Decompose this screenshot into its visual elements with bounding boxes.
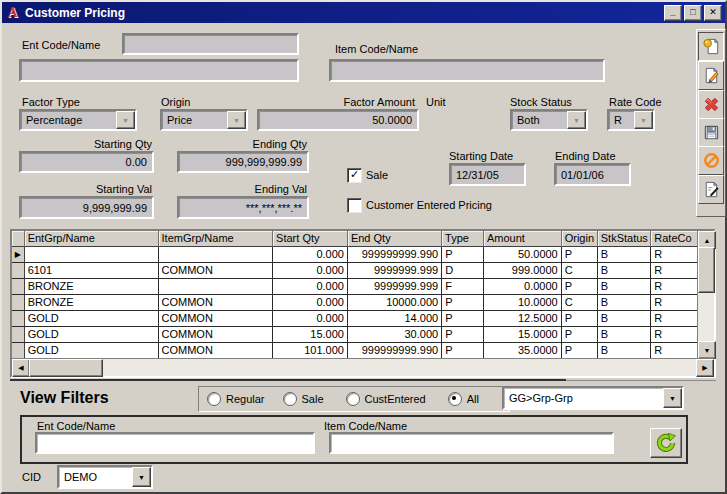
cell-end_qty[interactable]: 14.000 bbox=[348, 311, 442, 327]
cell-stkstatus[interactable]: B bbox=[598, 327, 652, 343]
cell-type[interactable]: P bbox=[442, 311, 484, 327]
view-grouping-combo[interactable]: GG>Grp-Grp ▼ bbox=[502, 386, 684, 410]
close-button[interactable]: ✕ bbox=[704, 5, 722, 21]
cell-itemgrp[interactable]: COMMON bbox=[159, 327, 274, 343]
table-row[interactable]: GOLDCOMMON101.000999999999.990P35.0000PB… bbox=[12, 343, 698, 359]
cell-start_qty[interactable]: 15.000 bbox=[273, 327, 348, 343]
cell-type[interactable]: P bbox=[442, 343, 484, 359]
chevron-down-icon[interactable]: ▼ bbox=[663, 388, 682, 408]
minimize-button[interactable]: _ bbox=[664, 5, 682, 21]
maximize-button[interactable]: □ bbox=[684, 5, 702, 21]
origin-combo[interactable]: Price ▼ bbox=[160, 109, 248, 131]
chevron-down-icon[interactable]: ▼ bbox=[132, 467, 151, 487]
vertical-scroll-thumb[interactable] bbox=[698, 247, 715, 293]
ending-val-field[interactable]: ***,***,***.** bbox=[177, 196, 309, 219]
row-selector[interactable] bbox=[12, 327, 25, 343]
cell-start_qty[interactable]: 0.000 bbox=[273, 311, 348, 327]
cell-stkstatus[interactable]: B bbox=[598, 263, 652, 279]
cell-stkstatus[interactable]: B bbox=[598, 343, 652, 359]
table-row[interactable]: BRONZECOMMON0.00010000.000P10.0000CBR bbox=[12, 295, 698, 311]
cell-itemgrp[interactable]: COMMON bbox=[159, 343, 274, 359]
scroll-left-icon[interactable]: ◀ bbox=[12, 359, 30, 377]
ent-name-field[interactable] bbox=[19, 59, 299, 82]
cell-type[interactable]: D bbox=[442, 263, 484, 279]
cell-start_qty[interactable]: 0.000 bbox=[273, 279, 348, 295]
row-selector[interactable] bbox=[12, 343, 25, 359]
ending-date-field[interactable]: 01/01/06 bbox=[554, 163, 631, 186]
filter-item-code-input[interactable] bbox=[329, 432, 614, 454]
starting-date-field[interactable]: 12/31/05 bbox=[449, 163, 526, 186]
cell-ratecode[interactable]: R bbox=[651, 279, 698, 295]
cell-end_qty[interactable]: 999999999.990 bbox=[348, 247, 442, 263]
cell-amount[interactable]: 10.0000 bbox=[484, 295, 562, 311]
starting-val-field[interactable]: 9,999,999.99 bbox=[19, 196, 154, 219]
edit-button[interactable] bbox=[698, 61, 724, 90]
cell-end_qty[interactable]: 999999999.990 bbox=[348, 343, 442, 359]
cell-entgrp[interactable]: BRONZE bbox=[25, 295, 159, 311]
delete-button[interactable] bbox=[698, 90, 724, 119]
cell-ratecode[interactable]: R bbox=[651, 311, 698, 327]
cid-combo[interactable]: DEMO ▼ bbox=[57, 465, 153, 489]
cell-start_qty[interactable]: 0.000 bbox=[273, 247, 348, 263]
cell-itemgrp[interactable]: COMMON bbox=[159, 295, 274, 311]
cell-origin[interactable]: P bbox=[562, 327, 598, 343]
cell-ratecode[interactable]: R bbox=[651, 295, 698, 311]
column-header-type[interactable]: Type bbox=[442, 231, 484, 247]
cell-stkstatus[interactable]: B bbox=[598, 279, 652, 295]
cell-entgrp[interactable]: GOLD bbox=[25, 311, 159, 327]
row-selector[interactable] bbox=[12, 279, 25, 295]
radio-icon[interactable] bbox=[283, 392, 297, 406]
row-selector[interactable] bbox=[12, 263, 25, 279]
row-selector[interactable] bbox=[12, 295, 25, 311]
cell-amount[interactable]: 50.0000 bbox=[484, 247, 562, 263]
table-row[interactable]: BRONZE0.0009999999.999F0.0000PBR bbox=[12, 279, 698, 295]
row-selector[interactable] bbox=[12, 311, 25, 327]
browse-button[interactable] bbox=[698, 32, 724, 61]
cell-itemgrp[interactable] bbox=[159, 247, 274, 263]
save-button[interactable] bbox=[698, 118, 724, 147]
column-header-itemgrp[interactable]: ItemGrp/Name bbox=[159, 231, 274, 247]
radio-icon[interactable] bbox=[448, 392, 462, 406]
cancel-button[interactable] bbox=[698, 146, 724, 175]
cell-itemgrp[interactable]: COMMON bbox=[159, 263, 274, 279]
cell-type[interactable]: P bbox=[442, 295, 484, 311]
cell-entgrp[interactable]: GOLD bbox=[25, 343, 159, 359]
cell-origin[interactable]: P bbox=[562, 343, 598, 359]
rate-code-combo[interactable]: R ▼ bbox=[607, 109, 655, 131]
cell-itemgrp[interactable]: COMMON bbox=[159, 311, 274, 327]
cell-origin[interactable]: C bbox=[562, 295, 598, 311]
table-row[interactable]: GOLDCOMMON0.00014.000P12.5000PBR bbox=[12, 311, 698, 327]
cell-start_qty[interactable]: 101.000 bbox=[273, 343, 348, 359]
cell-origin[interactable]: P bbox=[562, 311, 598, 327]
cell-type[interactable]: F bbox=[442, 279, 484, 295]
starting-qty-field[interactable]: 0.00 bbox=[19, 151, 154, 173]
cell-amount[interactable]: 999.0000 bbox=[484, 263, 562, 279]
grid-horizontal-scrollbar[interactable]: ◀ ▶ bbox=[12, 358, 714, 376]
radio-regular[interactable]: Regular bbox=[207, 392, 265, 406]
table-row[interactable]: 6101COMMON0.0009999999.999D999.0000CBR bbox=[12, 263, 698, 279]
cell-start_qty[interactable]: 0.000 bbox=[273, 295, 348, 311]
cell-end_qty[interactable]: 9999999.999 bbox=[348, 263, 442, 279]
cell-origin[interactable]: C bbox=[562, 263, 598, 279]
radio-custentered[interactable]: CustEntered bbox=[346, 392, 426, 406]
column-header-origin[interactable]: Origin bbox=[562, 231, 598, 247]
cell-amount[interactable]: 0.0000 bbox=[484, 279, 562, 295]
cell-entgrp[interactable]: GOLD bbox=[25, 327, 159, 343]
cell-type[interactable]: P bbox=[442, 247, 484, 263]
column-header-startqty[interactable]: Start Qty bbox=[273, 231, 348, 247]
chevron-down-icon[interactable]: ▼ bbox=[116, 111, 135, 129]
cell-type[interactable]: P bbox=[442, 327, 484, 343]
sale-checkbox[interactable] bbox=[347, 168, 362, 183]
column-header-entgrp[interactable]: EntGrp/Name bbox=[25, 231, 159, 247]
scroll-down-icon[interactable]: ▼ bbox=[698, 341, 716, 359]
cell-ratecode[interactable]: R bbox=[651, 247, 698, 263]
factor-type-combo[interactable]: Percentage ▼ bbox=[19, 109, 137, 131]
chevron-down-icon[interactable]: ▼ bbox=[567, 111, 586, 129]
column-header-endqty[interactable]: End Qty bbox=[348, 231, 442, 247]
cell-ratecode[interactable]: R bbox=[651, 343, 698, 359]
refresh-button[interactable] bbox=[650, 428, 682, 458]
radio-all[interactable]: All bbox=[448, 392, 479, 406]
horizontal-scroll-thumb[interactable] bbox=[29, 359, 103, 377]
cell-origin[interactable]: P bbox=[562, 279, 598, 295]
cell-start_qty[interactable]: 0.000 bbox=[273, 263, 348, 279]
